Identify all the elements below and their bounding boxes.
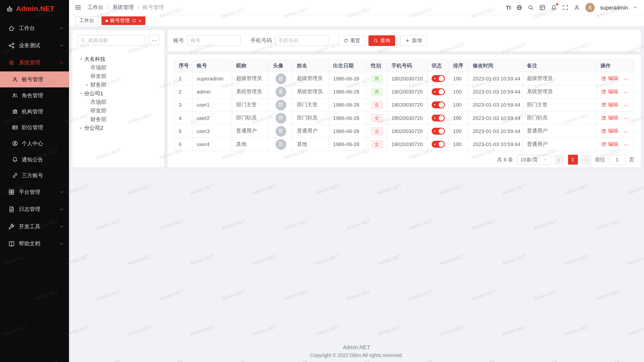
prev-page-button[interactable]: ‹ (554, 155, 564, 165)
sidebar-item-log-mgmt[interactable]: 日志管理 (0, 201, 69, 218)
row-more-icon[interactable]: ⋯ (623, 128, 629, 134)
refresh-icon[interactable] (132, 18, 136, 23)
cell-remark: 部门职员 (523, 111, 596, 124)
current-page-button[interactable]: 1 (568, 155, 578, 165)
column-header[interactable]: 出生日期 (329, 60, 367, 72)
sidebar-item-position-mgmt[interactable]: 职位管理 (0, 119, 69, 135)
column-header[interactable]: 手机号码 (387, 60, 427, 72)
tree-node[interactable]: 研发部 (77, 72, 159, 80)
cell-actions: 编辑 ⋯ (596, 125, 634, 138)
column-header[interactable]: 昵称 (232, 60, 269, 72)
row-more-icon[interactable]: ⋯ (623, 142, 629, 148)
close-icon[interactable]: × (138, 18, 141, 24)
tree-caret-icon[interactable]: ▾ (78, 57, 84, 61)
breadcrumb-separator: / (137, 4, 139, 10)
add-button[interactable]: 新增 (400, 35, 427, 46)
edit-button[interactable]: 编辑 (601, 75, 618, 82)
sidebar-item-account-mgmt[interactable]: 账号管理 (0, 71, 69, 87)
tree-node[interactable]: 财务部 (77, 115, 159, 123)
avatar[interactable] (585, 3, 595, 12)
tree-node[interactable]: 市场部 (77, 63, 159, 72)
font-size-icon[interactable]: Tt (506, 4, 511, 10)
breadcrumb-item[interactable]: 系统管理 (112, 4, 134, 11)
tab-workbench[interactable]: 工作台 (75, 16, 98, 25)
sidebar-item-third-party-account[interactable]: 三方账号 (0, 167, 69, 184)
total-count: 共 6 条 (497, 156, 513, 163)
cell-gender: 女 (367, 111, 387, 124)
edit-button[interactable]: 编辑 (601, 88, 618, 95)
fullscreen-icon[interactable] (562, 4, 568, 10)
tree-node[interactable]: ▸ 财务部 (77, 80, 159, 89)
tree-caret-icon[interactable]: ▸ (84, 82, 90, 87)
column-header[interactable]: 性别 (367, 60, 387, 72)
status-toggle[interactable] (432, 88, 445, 95)
sidebar-item-role-mgmt[interactable]: 角色管理 (0, 87, 69, 104)
chevron-down-icon[interactable] (633, 5, 637, 9)
tree-node[interactable]: 研发部 (77, 106, 159, 115)
row-more-icon[interactable]: ⋯ (623, 89, 629, 95)
menu-icon[interactable] (75, 4, 81, 11)
cell-phone: 18020030720 (387, 85, 427, 98)
org-more-button[interactable]: ⋯ (149, 35, 159, 46)
cell-order: 100 (449, 98, 468, 111)
sidebar-item-business-test[interactable]: 业务测试 (0, 37, 69, 54)
org-panel: ⋯ ▾ 大名科技 市场部 研发部 (72, 30, 164, 167)
tree-caret-icon[interactable]: ▾ (78, 91, 84, 96)
sidebar-item-help-docs[interactable]: 帮助文档 (0, 235, 69, 253)
cell-status (427, 85, 449, 98)
sidebar-menu: 工作台 业务测试 系统管理 账号管理 角色管理 (0, 20, 69, 252)
breadcrumb-item[interactable]: 工作台 (88, 4, 104, 11)
topbar-actions: Tt superadmin (506, 3, 637, 12)
column-header[interactable]: 姓名 (293, 60, 329, 72)
status-toggle[interactable] (432, 75, 445, 82)
sidebar-item-dev-tools[interactable]: 开发工具 (0, 218, 69, 235)
bell-icon[interactable] (551, 4, 557, 10)
cell-seq: 3 (174, 98, 192, 111)
sidebar-item-workbench[interactable]: 工作台 (0, 20, 69, 37)
tree-node[interactable]: ▸ 分公司2 (77, 123, 159, 132)
layout-icon[interactable] (539, 4, 545, 10)
column-header[interactable]: 序号 (174, 60, 192, 72)
status-toggle[interactable] (432, 128, 445, 135)
tree-node[interactable]: ▾ 分公司1 (77, 89, 159, 98)
edit-button[interactable]: 编辑 (601, 141, 618, 148)
sidebar-item-notice[interactable]: 通知公告 (0, 151, 69, 167)
column-header[interactable]: 状态 (427, 60, 449, 72)
row-more-icon[interactable]: ⋯ (623, 102, 629, 108)
user-icon[interactable] (574, 4, 580, 10)
sidebar-item-system-mgmt[interactable]: 系统管理 (0, 54, 69, 72)
org-search-input[interactable] (86, 37, 145, 43)
status-toggle[interactable] (432, 101, 445, 108)
status-toggle[interactable] (432, 115, 445, 122)
filter-panel: 账号 手机号码 重置 查询 新增 (168, 30, 641, 51)
globe-icon[interactable] (516, 4, 522, 10)
edit-button[interactable]: 编辑 (601, 127, 618, 134)
column-header[interactable]: 账号 (192, 60, 232, 72)
row-more-icon[interactable]: ⋯ (623, 115, 629, 121)
search-button[interactable]: 查询 (368, 35, 395, 46)
username[interactable]: superadmin (600, 4, 628, 10)
sidebar-item-platform-mgmt[interactable]: 平台管理 (0, 184, 69, 201)
column-header[interactable]: 排序 (449, 60, 468, 72)
page-size-select[interactable]: 10条/页 (517, 155, 551, 165)
account-input[interactable] (188, 38, 240, 43)
tree-node[interactable]: ▾ 大名科技 (77, 55, 159, 63)
status-toggle[interactable] (432, 141, 445, 148)
search-icon[interactable] (528, 4, 534, 10)
next-page-button[interactable]: › (581, 155, 591, 165)
edit-button[interactable]: 编辑 (601, 114, 618, 121)
column-header[interactable]: 修改时间 (468, 60, 523, 72)
tab-account-mgmt[interactable]: 账号管理 × (101, 16, 145, 25)
column-header[interactable]: 头像 (269, 60, 293, 72)
column-header[interactable]: 备注 (523, 60, 596, 72)
row-more-icon[interactable]: ⋯ (623, 76, 629, 82)
edit-button[interactable]: 编辑 (601, 101, 618, 108)
sidebar-item-org-mgmt[interactable]: 机构管理 (0, 103, 69, 119)
column-header[interactable]: 操作 (596, 60, 634, 72)
goto-page-input[interactable] (609, 155, 625, 165)
reset-button[interactable]: 重置 (338, 35, 365, 46)
sidebar-item-profile-center[interactable]: 个人中心 (0, 135, 69, 152)
tree-node[interactable]: 市场部 (77, 98, 159, 106)
phone-input[interactable] (276, 38, 328, 43)
tree-caret-icon[interactable]: ▸ (78, 126, 84, 130)
